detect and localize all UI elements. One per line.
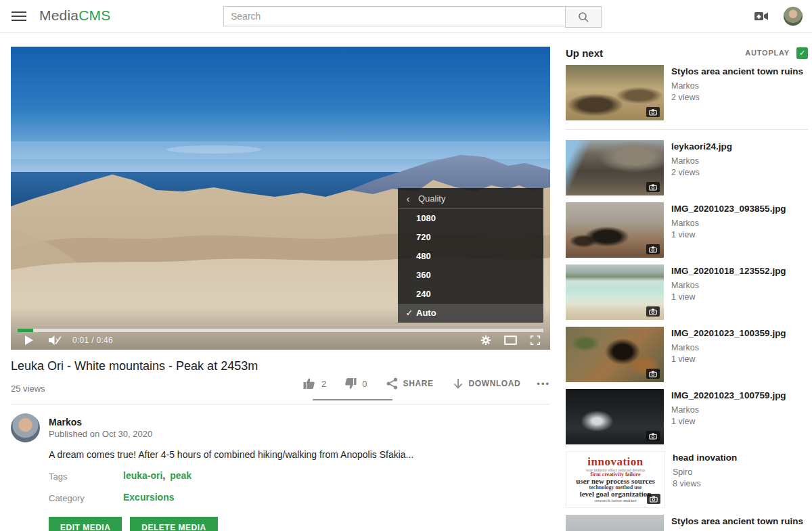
- more-actions-button[interactable]: •••: [537, 379, 550, 389]
- upnext-item-info: IMG_20201023_093855.jpg Markos 1 view: [664, 202, 786, 258]
- download-button[interactable]: DOWNLOAD: [453, 378, 521, 390]
- upnext-thumbnail: [566, 140, 664, 195]
- upnext-item[interactable]: IMG_20201018_123552.jpg Markos 1 view: [566, 264, 808, 320]
- wordcloud-graphic: [566, 515, 664, 531]
- hamburger-menu-icon[interactable]: [12, 10, 26, 22]
- upnext-thumbnail: [566, 264, 664, 320]
- upnext-thumbnail: [566, 389, 664, 444]
- search-bar: [223, 6, 602, 28]
- camera-badge: [646, 431, 660, 441]
- upload-media-button[interactable]: [752, 9, 770, 23]
- upnext-item[interactable]: innovation way industry effect reduced d…: [566, 451, 808, 508]
- video-camera-plus-icon: [752, 9, 770, 23]
- quality-option[interactable]: 240: [398, 285, 543, 304]
- media-title: Leuka Ori - White mountains - Peak at 24…: [11, 359, 545, 373]
- camera-icon: [650, 496, 658, 503]
- upnext-item-title: IMG_20201023_100359.jpg: [671, 328, 786, 340]
- camera-badge: [646, 369, 660, 379]
- camera-badge: [646, 182, 660, 192]
- camera-badge: [646, 306, 660, 317]
- quality-option-label: 240: [416, 289, 431, 299]
- upnext-item-author: Spiro: [673, 467, 737, 477]
- upnext-item-views: 1 view: [671, 230, 786, 239]
- camera-badge: [646, 244, 660, 254]
- upnext-thumbnail: [566, 202, 664, 258]
- time-display: 0:01 / 0:46: [72, 336, 113, 345]
- upnext-item[interactable]: IMG_20201023_100759.jpg Markos 1 view: [566, 389, 808, 444]
- quality-menu: ‹ Quality 1080 720 480: [398, 188, 543, 323]
- quality-option-label: 720: [416, 232, 431, 242]
- upnext-item[interactable]: IMG_20201023_100359.jpg Markos 1 view: [566, 327, 808, 382]
- quality-option[interactable]: 720: [398, 228, 543, 247]
- upnext-item[interactable]: Stylos area ancient town ruins Markos 2 …: [566, 65, 808, 130]
- autoplay-toggle: AUTOPLAY ✓: [745, 47, 808, 59]
- brand-logo[interactable]: MediaCMS: [39, 7, 110, 24]
- quality-option[interactable]: 480: [398, 247, 543, 266]
- search-input[interactable]: [223, 6, 565, 26]
- delete-media-button[interactable]: DELETE MEDIA: [130, 517, 217, 531]
- more-dots-icon: •••: [537, 379, 550, 389]
- fullscreen-button[interactable]: [530, 335, 541, 346]
- upnext-item-title: leykaori24.jpg: [671, 141, 732, 153]
- category-link[interactable]: Excursions: [123, 492, 174, 503]
- upnext-item[interactable]: leykaori24.jpg Markos 2 views: [566, 140, 808, 195]
- upnext-thumbnail: [566, 65, 664, 120]
- gear-icon: [480, 335, 491, 346]
- camera-icon: [649, 184, 657, 191]
- like-count: 2: [321, 379, 326, 389]
- settings-button[interactable]: [480, 335, 491, 346]
- upnext-item[interactable]: IMG_20201023_093855.jpg Markos 1 view: [566, 202, 808, 258]
- camera-icon: [649, 246, 657, 253]
- upnext-item-author: Markos: [671, 156, 732, 166]
- quality-option[interactable]: 360: [398, 266, 543, 285]
- dislike-button[interactable]: 0: [344, 377, 367, 390]
- upnext-item-title: IMG_20201018_123552.jpg: [671, 266, 786, 277]
- player-controls: 0:01 / 0:46: [11, 331, 550, 350]
- play-button[interactable]: [24, 336, 33, 345]
- upnext-item-title: head inovation: [673, 453, 737, 464]
- autoplay-checkbox[interactable]: ✓: [796, 47, 808, 59]
- upnext-item-title: Stylos area ancient town ruins: [671, 66, 803, 78]
- back-chevron-icon: ‹: [398, 193, 418, 204]
- camera-badge: [646, 107, 660, 117]
- upnext-list: Stylos area ancient town ruins Markos 2 …: [566, 65, 808, 531]
- thumbs-up-icon: [303, 377, 316, 390]
- upnext-item-title: Stylos area ancient town ruins: [671, 516, 803, 528]
- theater-mode-button[interactable]: [504, 336, 517, 345]
- quality-option[interactable]: 1080: [398, 209, 543, 228]
- edit-media-button[interactable]: EDIT MEDIA: [49, 517, 122, 531]
- content-divider: [11, 404, 550, 405]
- author-name[interactable]: Markos: [49, 417, 82, 428]
- category-label: Category: [49, 493, 85, 503]
- quality-option[interactable]: ✓ Auto: [398, 304, 543, 323]
- camera-icon: [649, 109, 657, 116]
- top-navbar: MediaCMS: [0, 0, 812, 33]
- upnext-sidebar: Up next AUTOPLAY ✓: [566, 47, 808, 531]
- quality-menu-title: Quality: [418, 193, 445, 204]
- tag-link[interactable]: leuka-ori: [123, 470, 162, 481]
- upnext-item-author: Markos: [671, 343, 786, 352]
- quality-options: 1080 720 480 360: [398, 209, 543, 323]
- upnext-item-author: Markos: [671, 218, 786, 228]
- video-player[interactable]: 0:01 / 0:46: [11, 47, 550, 350]
- camera-icon: [649, 371, 657, 377]
- tags-label: Tags: [49, 471, 67, 482]
- upnext-item[interactable]: Stylos area ancient town ruins: [566, 515, 808, 531]
- upnext-thumbnail: [566, 327, 664, 382]
- action-bar: 2 0 SHARE DOWNLOAD •••: [303, 377, 550, 390]
- like-button[interactable]: 2: [303, 377, 326, 390]
- quality-menu-back[interactable]: ‹ Quality: [398, 188, 543, 209]
- brand-cms-text: CMS: [78, 7, 110, 23]
- upnext-thumbnail: [566, 515, 664, 531]
- upnext-item-info: IMG_20201023_100359.jpg Markos 1 view: [664, 327, 786, 382]
- upnext-item-info: IMG_20201023_100759.jpg Markos 1 view: [664, 389, 786, 444]
- mute-button[interactable]: [48, 335, 62, 346]
- upnext-item-title: IMG_20201023_100759.jpg: [671, 390, 786, 402]
- share-button[interactable]: SHARE: [386, 377, 434, 390]
- tag-link[interactable]: peak: [170, 470, 191, 481]
- search-icon: [577, 11, 589, 23]
- upnext-item-author: Markos: [671, 281, 786, 290]
- user-avatar[interactable]: [784, 7, 803, 26]
- search-button[interactable]: [565, 6, 602, 28]
- author-avatar[interactable]: [11, 413, 40, 442]
